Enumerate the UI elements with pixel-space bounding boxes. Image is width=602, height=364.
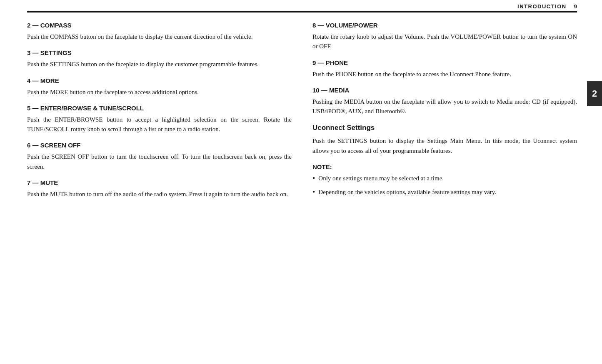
section-mute-heading: 7 — MUTE — [27, 179, 292, 186]
section-volume-power-body: Rotate the rotary knob to adjust the Vol… — [312, 32, 577, 52]
chapter-tab: 2 — [587, 81, 602, 106]
section-media: 10 — MEDIA Pushing the MEDIA button on t… — [312, 87, 577, 117]
section-compass-heading: 2 — COMPASS — [27, 22, 292, 29]
section-volume-power-heading: 8 — VOLUME/POWER — [312, 22, 577, 29]
section-more-body: Push the MORE button on the faceplate to… — [27, 87, 292, 97]
section-enter-browse-heading: 5 — ENTER/BROWSE & TUNE/SCROLL — [27, 105, 292, 112]
section-volume-power: 8 — VOLUME/POWER Rotate the rotary knob … — [312, 22, 577, 52]
section-settings-body: Push the SETTINGS button on the faceplat… — [27, 60, 292, 69]
note-bullet-2-text: Depending on the vehicles options, avail… — [318, 187, 496, 197]
section-note: NOTE: Only one settings menu may be sele… — [312, 163, 577, 202]
page-header: INTRODUCTION 9 — [27, 0, 577, 12]
section-screen-off: 6 — SCREEN OFF Push the SCREEN OFF butto… — [27, 142, 292, 172]
two-column-layout: 2 — COMPASS Push the COMPASS button on t… — [27, 22, 577, 209]
uconnect-settings-body: Push the SETTINGS button to display the … — [312, 136, 577, 156]
note-bullet-1: Only one settings menu may be selected a… — [312, 174, 577, 183]
section-phone-body: Push the PHONE button on the faceplate t… — [312, 70, 577, 79]
section-screen-off-heading: 6 — SCREEN OFF — [27, 142, 292, 149]
right-column: 8 — VOLUME/POWER Rotate the rotary knob … — [312, 22, 577, 209]
section-settings-heading: 3 — SETTINGS — [27, 49, 292, 56]
content-area: INTRODUCTION 9 2 — COMPASS Push the COMP… — [0, 0, 602, 364]
note-heading: NOTE: — [312, 163, 577, 170]
chapter-number: 2 — [592, 88, 597, 99]
section-media-heading: 10 — MEDIA — [312, 87, 577, 94]
section-phone-heading: 9 — PHONE — [312, 59, 577, 66]
section-settings: 3 — SETTINGS Push the SETTINGS button on… — [27, 49, 292, 69]
section-mute: 7 — MUTE Push the MUTE button to turn of… — [27, 179, 292, 199]
header-title: INTRODUCTION — [517, 3, 567, 10]
section-uconnect-settings: Uconnect Settings Push the SETTINGS butt… — [312, 124, 577, 156]
section-enter-browse-body: Push the ENTER/BROWSE button to accept a… — [27, 115, 292, 135]
note-bullet-2: Depending on the vehicles options, avail… — [312, 187, 577, 197]
section-more-heading: 4 — MORE — [27, 77, 292, 84]
left-column: 2 — COMPASS Push the COMPASS button on t… — [27, 22, 292, 209]
section-media-body: Pushing the MEDIA button on the faceplat… — [312, 97, 577, 117]
page-number: 9 — [574, 3, 577, 10]
page-container: 2 INTRODUCTION 9 2 — COMPASS Push the CO… — [0, 0, 602, 364]
section-screen-off-body: Push the SCREEN OFF button to turn the t… — [27, 152, 292, 172]
note-bullet-list: Only one settings menu may be selected a… — [312, 174, 577, 197]
section-phone: 9 — PHONE Push the PHONE button on the f… — [312, 59, 577, 79]
section-enter-browse: 5 — ENTER/BROWSE & TUNE/SCROLL Push the … — [27, 105, 292, 135]
section-more: 4 — MORE Push the MORE button on the fac… — [27, 77, 292, 97]
uconnect-settings-heading: Uconnect Settings — [312, 124, 577, 132]
section-compass: 2 — COMPASS Push the COMPASS button on t… — [27, 22, 292, 42]
section-compass-body: Push the COMPASS button on the faceplate… — [27, 32, 292, 42]
section-mute-body: Push the MUTE button to turn off the aud… — [27, 189, 292, 199]
note-bullet-1-text: Only one settings menu may be selected a… — [318, 174, 444, 183]
